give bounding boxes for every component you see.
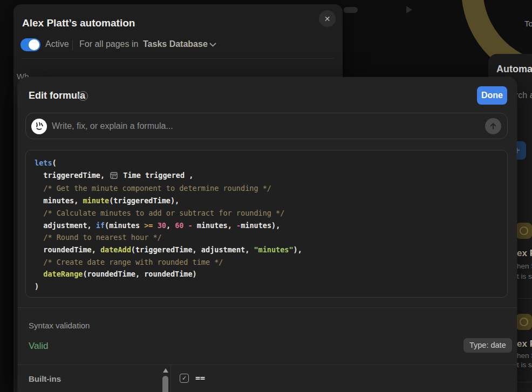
code-line: adjustment, if(minutes >= 30, 60 - minut… <box>35 219 499 232</box>
ai-formula-input[interactable] <box>52 113 473 139</box>
send-button[interactable] <box>485 118 501 134</box>
toolbar-pill <box>344 7 358 13</box>
edit-formula-modal: Edit formula ? Done lets( triggeredTime,… <box>18 77 517 392</box>
code-line: dateRange(roundedTime, roundedTime) <box>35 268 499 280</box>
divider <box>170 365 171 392</box>
scrollbar-thumb[interactable] <box>162 376 168 392</box>
automations-panel-title: Automa <box>496 64 532 75</box>
code-line: /* Calculate minutes to add or subtract … <box>35 207 499 219</box>
divider <box>72 40 73 50</box>
chevron-down-icon[interactable] <box>209 43 216 47</box>
automation-item-title[interactable]: ex P <box>517 248 532 259</box>
builtin-item-equals[interactable]: ✓ == <box>180 373 205 383</box>
active-label: Active <box>45 39 69 49</box>
calendar-icon <box>109 170 119 183</box>
code-line: ) <box>35 280 499 293</box>
list-divider <box>517 298 532 299</box>
code-line: lets( <box>35 157 499 169</box>
scroll-up-arrow-icon[interactable] <box>163 368 168 373</box>
ai-prompt-bar <box>25 113 508 139</box>
close-icon: ✕ <box>324 15 331 23</box>
done-button[interactable]: Done <box>477 86 507 105</box>
builtins-scrollbar[interactable] <box>161 366 170 392</box>
play-icon <box>406 6 412 13</box>
screen: To Automa rch a + ex P hen S t is s ex P… <box>0 0 532 392</box>
builtin-item-label: == <box>195 373 205 383</box>
validation-status: Valid <box>29 341 49 352</box>
formula-code-editor[interactable]: lets( triggeredTime, Time triggered , /*… <box>25 150 508 298</box>
type-badge: Type: date <box>463 338 512 353</box>
search-fragment[interactable]: rch a <box>515 91 532 100</box>
edit-formula-title: Edit formula <box>29 90 85 101</box>
automation-item-subtitle: t is s <box>517 361 532 369</box>
syntax-validation-label: Syntax validation <box>29 321 90 330</box>
automation-item-icon <box>516 223 532 239</box>
code-line: roundedTime, dateAdd(triggeredTime, adju… <box>35 244 499 256</box>
code-line: /* Get the minute component to determine… <box>35 182 499 195</box>
checkbox-icon: ✓ <box>180 374 189 383</box>
scope-prefix-label: For all pages in <box>79 39 138 49</box>
code-line: /* Round to nearest hour */ <box>35 231 499 244</box>
automation-item-subtitle: t is s <box>517 272 532 280</box>
active-toggle[interactable] <box>21 38 40 51</box>
builtins-label: Built-ins <box>29 374 61 383</box>
automation-title: Alex Platt’s automation <box>22 17 135 29</box>
automation-item-subtitle: hen S <box>517 352 532 360</box>
arrow-up-icon <box>489 122 497 130</box>
ai-face-icon <box>31 119 47 134</box>
automation-item-icon <box>516 314 532 330</box>
close-button[interactable]: ✕ <box>319 10 336 27</box>
automation-item-subtitle: hen S <box>517 262 532 270</box>
code-line: minutes, minute(triggeredTime), <box>35 195 499 207</box>
toggle-knob <box>29 39 39 50</box>
code-line: /* Create date range with rounded time *… <box>35 256 499 269</box>
scope-dropdown[interactable]: Tasks Database <box>143 39 208 49</box>
top-right-label: To <box>524 19 532 28</box>
help-icon[interactable]: ? <box>78 91 88 101</box>
divider <box>22 58 334 59</box>
divider <box>18 365 517 365</box>
automation-item-title[interactable]: ex P <box>517 339 532 349</box>
divider <box>18 307 517 308</box>
code-line: triggeredTime, Time triggered , <box>35 169 499 183</box>
list-divider <box>517 382 532 382</box>
